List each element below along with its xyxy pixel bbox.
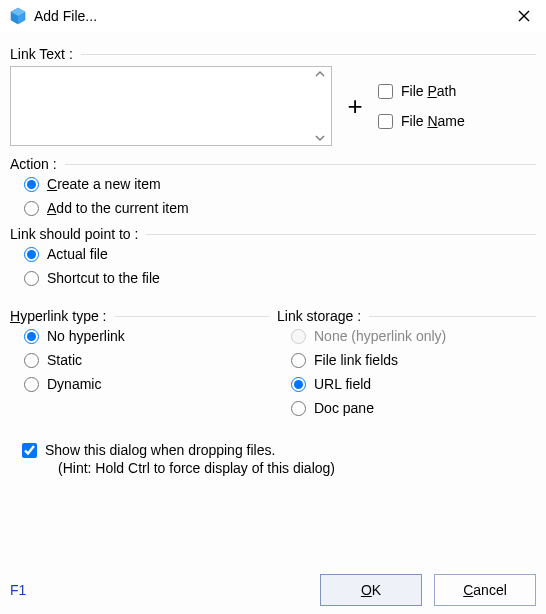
action-create-label: Create a new item <box>47 176 161 192</box>
show-dialog-input[interactable] <box>22 443 37 458</box>
divider <box>115 316 270 317</box>
plus-icon: + <box>332 91 378 122</box>
link-text-label-text: Link Text : <box>10 46 73 62</box>
hyper-dynamic-radio[interactable]: Dynamic <box>24 376 269 392</box>
storage-none-radio: None (hyperlink only) <box>291 328 536 344</box>
hyper-dynamic-input[interactable] <box>24 377 39 392</box>
hyper-dynamic-label: Dynamic <box>47 376 101 392</box>
point-label: Link should point to : <box>10 226 536 242</box>
storage-fields-input[interactable] <box>291 353 306 368</box>
storage-doc-label: Doc pane <box>314 400 374 416</box>
link-text-box <box>10 66 332 146</box>
hyper-none-label: No hyperlink <box>47 328 125 344</box>
action-add-label: Add to the current item <box>47 200 189 216</box>
storage-doc-radio[interactable]: Doc pane <box>291 400 536 416</box>
storage-fields-radio[interactable]: File link fields <box>291 352 536 368</box>
link-text-input[interactable] <box>11 67 315 145</box>
storage-url-label: URL field <box>314 376 371 392</box>
title-bar: Add File... <box>0 0 546 32</box>
point-actual-label: Actual file <box>47 246 108 262</box>
storage-fields-label: File link fields <box>314 352 398 368</box>
divider <box>81 54 536 55</box>
link-storage-label-text: Link storage : <box>277 308 361 324</box>
file-name-checkbox[interactable]: File Name <box>378 113 465 129</box>
hyper-none-input[interactable] <box>24 329 39 344</box>
help-link[interactable]: F1 <box>10 582 26 598</box>
divider <box>146 234 536 235</box>
storage-none-label: None (hyperlink only) <box>314 328 446 344</box>
hyper-none-radio[interactable]: No hyperlink <box>24 328 269 344</box>
point-actual-input[interactable] <box>24 247 39 262</box>
action-add-input[interactable] <box>24 201 39 216</box>
divider <box>369 316 536 317</box>
storage-doc-input[interactable] <box>291 401 306 416</box>
file-name-checkbox-input[interactable] <box>378 114 393 129</box>
point-actual-radio[interactable]: Actual file <box>24 246 536 262</box>
divider <box>65 164 536 165</box>
action-create-radio[interactable]: Create a new item <box>24 176 536 192</box>
ok-button[interactable]: OK <box>320 574 422 606</box>
file-name-label: File Name <box>401 113 465 129</box>
storage-none-input <box>291 329 306 344</box>
scroll-up-icon[interactable] <box>311 69 329 79</box>
link-text-label: Link Text : <box>10 46 536 62</box>
hyper-static-radio[interactable]: Static <box>24 352 269 368</box>
point-shortcut-radio[interactable]: Shortcut to the file <box>24 270 536 286</box>
window-title: Add File... <box>34 8 510 24</box>
storage-url-input[interactable] <box>291 377 306 392</box>
action-add-radio[interactable]: Add to the current item <box>24 200 536 216</box>
app-icon <box>8 6 28 26</box>
file-path-checkbox[interactable]: File Path <box>378 83 465 99</box>
show-dialog-checkbox[interactable]: Show this dialog when dropping files. <box>22 442 536 458</box>
action-label-text: Action : <box>10 156 57 172</box>
show-dialog-label: Show this dialog when dropping files. <box>45 442 275 458</box>
cancel-button-label: Cancel <box>463 582 507 598</box>
storage-url-radio[interactable]: URL field <box>291 376 536 392</box>
hyper-static-input[interactable] <box>24 353 39 368</box>
action-label: Action : <box>10 156 536 172</box>
ok-button-label: OK <box>361 582 381 598</box>
action-create-input[interactable] <box>24 177 39 192</box>
hyperlink-type-label-text: Hyperlink type : <box>10 308 107 324</box>
point-shortcut-label: Shortcut to the file <box>47 270 160 286</box>
hyperlink-type-label: Hyperlink type : <box>10 308 269 324</box>
file-path-label: File Path <box>401 83 456 99</box>
hint-text: (Hint: Hold Ctrl to force display of thi… <box>22 460 536 476</box>
point-shortcut-input[interactable] <box>24 271 39 286</box>
cancel-button[interactable]: Cancel <box>434 574 536 606</box>
file-path-checkbox-input[interactable] <box>378 84 393 99</box>
close-icon <box>518 10 530 22</box>
point-label-text: Link should point to : <box>10 226 138 242</box>
link-storage-label: Link storage : <box>277 308 536 324</box>
scroll-down-icon[interactable] <box>311 133 329 143</box>
close-button[interactable] <box>510 2 538 30</box>
hyper-static-label: Static <box>47 352 82 368</box>
